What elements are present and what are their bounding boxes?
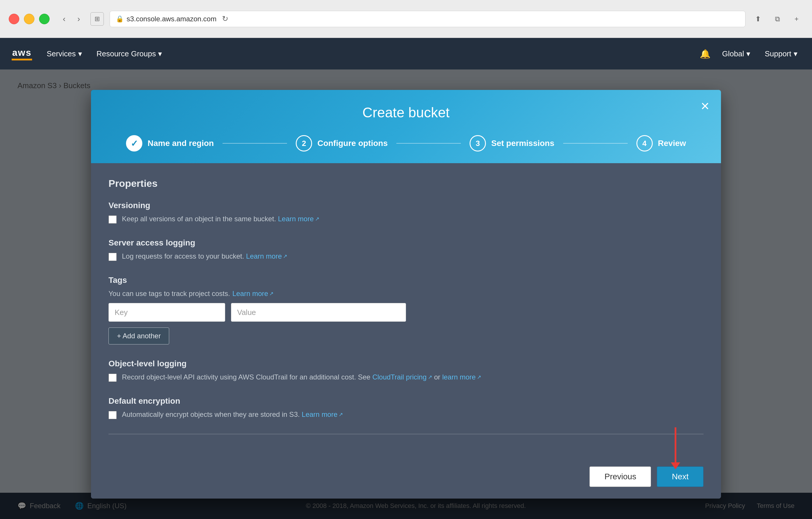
services-chevron-icon: ▾ xyxy=(78,49,82,58)
tags-description: You can use tags to track project costs.… xyxy=(109,290,703,298)
share-button[interactable]: ⬆ xyxy=(751,12,765,26)
step-4[interactable]: 4 Review xyxy=(636,135,686,152)
step-1-circle: ✓ xyxy=(126,135,142,152)
versioning-section: Versioning Keep all versions of an objec… xyxy=(109,201,703,224)
external-link-icon-5: ↗ xyxy=(477,374,481,380)
versioning-heading: Versioning xyxy=(109,201,703,210)
arrow-line xyxy=(675,427,676,462)
step-3-circle: 3 xyxy=(470,135,486,152)
url-text: s3.console.aws.amazon.com xyxy=(126,15,216,23)
properties-section-title: Properties xyxy=(109,178,703,189)
server-logging-checkbox[interactable] xyxy=(109,253,117,261)
maximize-window-button[interactable] xyxy=(39,14,50,24)
services-label: Services xyxy=(47,49,76,58)
add-tab-button[interactable]: + xyxy=(790,12,803,26)
step-3[interactable]: 3 Set permissions xyxy=(470,135,554,152)
external-link-icon-3: ↗ xyxy=(269,291,273,297)
encryption-learn-more-link[interactable]: Learn more ↗ xyxy=(301,410,343,418)
cloudtrail-pricing-link[interactable]: CloudTrail pricing ↗ xyxy=(373,373,432,381)
step-divider-2 xyxy=(396,143,461,144)
encryption-section: Default encryption Automatically encrypt… xyxy=(109,397,703,419)
server-logging-learn-more-link[interactable]: Learn more ↗ xyxy=(246,252,288,261)
server-logging-checkbox-label: Log requests for access to your bucket. … xyxy=(122,252,287,261)
forward-button[interactable]: › xyxy=(73,13,85,25)
tags-inputs-row xyxy=(109,303,703,322)
object-logging-section: Object-level logging Record object-level… xyxy=(109,359,703,382)
traffic-lights xyxy=(9,14,50,24)
browser-chrome: ‹ › ⊞ 🔒 s3.console.aws.amazon.com ↻ ⬆ ⧉ … xyxy=(0,0,812,38)
encryption-checkbox[interactable] xyxy=(109,411,117,419)
step-divider-1 xyxy=(223,143,287,144)
server-logging-heading: Server access logging xyxy=(109,238,703,248)
close-window-button[interactable] xyxy=(9,14,19,24)
step-divider-3 xyxy=(563,143,628,144)
external-link-icon-4: ↗ xyxy=(428,374,432,380)
external-link-icon: ↗ xyxy=(315,216,319,222)
server-logging-section: Server access logging Log requests for a… xyxy=(109,238,703,261)
add-another-tag-button[interactable]: + Add another xyxy=(109,328,169,345)
external-link-icon-6: ↗ xyxy=(339,411,343,418)
step-3-label: Set permissions xyxy=(491,139,554,148)
external-link-icon-2: ↗ xyxy=(283,253,287,260)
support-label: Support xyxy=(765,49,791,58)
encryption-heading: Default encryption xyxy=(109,397,703,406)
versioning-checkbox[interactable] xyxy=(109,215,117,224)
red-arrow-indicator xyxy=(671,427,680,469)
modal-divider xyxy=(109,434,703,434)
server-logging-checkbox-row: Log requests for access to your bucket. … xyxy=(109,252,703,261)
tab-view-button[interactable]: ⊞ xyxy=(90,12,104,26)
step-1-label: Name and region xyxy=(148,139,214,148)
minimize-window-button[interactable] xyxy=(24,14,34,24)
page-background: Amazon S3 › Buckets Create bucket × ✓ Na… xyxy=(0,70,812,519)
versioning-checkbox-label: Keep all versions of an object in the sa… xyxy=(122,215,319,223)
arrow-head xyxy=(671,462,680,469)
notifications-bell-icon[interactable]: 🔔 xyxy=(700,49,710,59)
step-4-circle: 4 xyxy=(636,135,653,152)
global-nav-item[interactable]: Global ▾ xyxy=(719,48,753,60)
step-4-label: Review xyxy=(658,139,686,148)
modal-header: Create bucket × ✓ Name and region 2 Conf… xyxy=(91,90,721,163)
tags-learn-more-link[interactable]: Learn more ↗ xyxy=(232,290,274,298)
step-2-label: Configure options xyxy=(317,139,388,148)
modal-footer: Previous Next xyxy=(91,458,721,498)
versioning-checkbox-row: Keep all versions of an object in the sa… xyxy=(109,215,703,224)
reload-button[interactable]: ↻ xyxy=(219,13,231,25)
resource-groups-chevron-icon: ▾ xyxy=(158,49,162,58)
tags-key-input[interactable] xyxy=(109,303,225,322)
services-nav-item[interactable]: Services ▾ xyxy=(44,48,85,60)
new-window-button[interactable]: ⧉ xyxy=(771,12,784,26)
aws-logo-bar xyxy=(12,59,32,60)
nav-buttons: ‹ › xyxy=(58,13,85,25)
wizard-steps: ✓ Name and region 2 Configure options 3 … xyxy=(109,135,703,152)
create-bucket-modal: Create bucket × ✓ Name and region 2 Conf… xyxy=(91,90,721,498)
step-1: ✓ Name and region xyxy=(126,135,214,152)
object-logging-checkbox[interactable] xyxy=(109,374,117,382)
url-bar[interactable]: 🔒 s3.console.aws.amazon.com ↻ xyxy=(110,11,746,27)
modal-overlay: Create bucket × ✓ Name and region 2 Conf… xyxy=(0,70,812,519)
aws-logo-text: aws xyxy=(12,47,31,58)
modal-body: Properties Versioning Keep all versions … xyxy=(91,163,721,458)
previous-button[interactable]: Previous xyxy=(589,466,651,487)
resource-groups-nav-item[interactable]: Resource Groups ▾ xyxy=(94,48,165,60)
tags-heading: Tags xyxy=(109,276,703,285)
tags-value-input[interactable] xyxy=(231,303,406,322)
next-button[interactable]: Next xyxy=(657,466,703,487)
support-chevron-icon: ▾ xyxy=(794,49,798,58)
nav-right: 🔔 Global ▾ Support ▾ xyxy=(700,48,800,60)
object-logging-checkbox-row: Record object-level API activity using A… xyxy=(109,373,703,382)
modal-close-button[interactable]: × xyxy=(701,99,709,113)
lock-icon: 🔒 xyxy=(116,15,124,23)
back-button[interactable]: ‹ xyxy=(58,13,70,25)
step-2-circle: 2 xyxy=(296,135,312,152)
step-2[interactable]: 2 Configure options xyxy=(296,135,388,152)
aws-navbar: aws Services ▾ Resource Groups ▾ 🔔 Globa… xyxy=(0,38,812,70)
object-logging-learn-more-link[interactable]: learn more ↗ xyxy=(442,373,481,381)
versioning-learn-more-link[interactable]: Learn more ↗ xyxy=(278,215,319,223)
object-logging-heading: Object-level logging xyxy=(109,359,703,368)
modal-title: Create bucket xyxy=(109,105,703,120)
global-chevron-icon: ▾ xyxy=(746,49,750,58)
resource-groups-label: Resource Groups xyxy=(96,49,156,58)
global-label: Global xyxy=(722,49,744,58)
aws-logo[interactable]: aws xyxy=(12,47,32,60)
support-nav-item[interactable]: Support ▾ xyxy=(762,48,800,60)
